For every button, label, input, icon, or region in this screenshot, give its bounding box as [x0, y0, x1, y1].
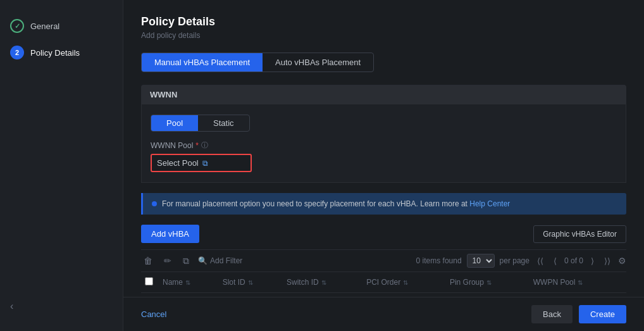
- col-wwpn-pool: WWPN Pool ⇅: [529, 272, 626, 293]
- content-area: Policy Details Add policy details Manual…: [123, 0, 644, 297]
- checkbox-col-header: [141, 272, 159, 293]
- required-marker: *: [195, 141, 199, 150]
- sort-icon-pci-order[interactable]: ⇅: [403, 279, 408, 286]
- pagination-info: 0 of 0: [564, 256, 583, 265]
- sort-icon-pin-group[interactable]: ⇅: [486, 279, 492, 286]
- policy-details-icon: 2: [10, 46, 24, 59]
- sidebar-collapse-button[interactable]: ‹: [0, 294, 123, 318]
- next-page-button[interactable]: ⟩: [588, 256, 597, 266]
- page-subtitle: Add policy details: [141, 31, 626, 40]
- last-page-button[interactable]: ⟩⟩: [602, 256, 613, 266]
- toggle-tab-static[interactable]: Static: [198, 115, 249, 131]
- wwnn-pool-label: WWNN Pool * ⓘ: [151, 141, 617, 150]
- page-title: Policy Details: [141, 15, 626, 28]
- main-content: Policy Details Add policy details Manual…: [123, 0, 644, 331]
- items-found-text: 0 items found: [416, 256, 462, 265]
- sort-icon-name[interactable]: ⇅: [185, 279, 190, 286]
- per-page-select[interactable]: 10 25 50: [467, 254, 495, 268]
- table-toolbar-right: 0 items found 10 25 50 per page ⟨⟨ ⟨ 0 o…: [416, 254, 626, 268]
- footer: Cancel Back Create: [123, 297, 644, 331]
- sidebar-item-policy-details[interactable]: 2 Policy Details: [0, 39, 123, 66]
- col-pin-group: Pin Group ⇅: [446, 272, 529, 293]
- footer-right: Back Create: [531, 305, 626, 323]
- select-pool-text: Select Pool: [157, 158, 199, 168]
- add-filter-button[interactable]: 🔍 Add Filter: [198, 256, 242, 265]
- sort-icon-slot-id[interactable]: ⇅: [248, 279, 253, 286]
- graphic-vhbas-editor-button[interactable]: Graphic vHBAs Editor: [533, 225, 626, 243]
- pool-link-icon: ⧉: [202, 159, 208, 168]
- col-name: Name ⇅: [159, 272, 219, 293]
- info-banner-text: For manual placement option you need to …: [162, 199, 510, 208]
- sort-icon-switch-id[interactable]: ⇅: [321, 279, 326, 286]
- col-slot-id: Slot ID ⇅: [219, 272, 283, 293]
- prev-page-button[interactable]: ⟨: [551, 256, 559, 266]
- edit-icon-button[interactable]: ✏: [161, 254, 174, 267]
- general-icon: ✓: [10, 19, 24, 33]
- vhba-toolbar: Add vHBA Graphic vHBAs Editor: [141, 225, 626, 243]
- copy-icon-button[interactable]: ⧉: [180, 254, 192, 268]
- tab-auto-vhbas[interactable]: Auto vHBAs Placement: [263, 53, 373, 72]
- create-button[interactable]: Create: [579, 305, 626, 323]
- info-tooltip-icon: ⓘ: [201, 141, 208, 150]
- first-page-button[interactable]: ⟨⟨: [535, 256, 546, 266]
- sidebar: ✓ General 2 Policy Details ‹: [0, 0, 123, 331]
- placement-tabs: Manual vHBAs Placement Auto vHBAs Placem…: [141, 53, 374, 72]
- col-pci-order: PCI Order ⇅: [362, 272, 446, 293]
- sidebar-label-general: General: [30, 22, 59, 31]
- wwnn-toggle-tabs: Pool Static: [151, 115, 250, 132]
- select-all-checkbox[interactable]: [145, 277, 153, 285]
- info-banner: For manual placement option you need to …: [141, 193, 626, 215]
- toggle-tab-pool[interactable]: Pool: [151, 115, 198, 131]
- select-pool-input[interactable]: Select Pool ⧉: [151, 154, 252, 172]
- search-icon: 🔍: [198, 256, 207, 265]
- info-dot-icon: [152, 201, 157, 206]
- wwnn-section-body: Pool Static WWNN Pool * ⓘ Select Pool ⧉: [141, 104, 626, 183]
- col-switch-id: Switch ID ⇅: [283, 272, 362, 293]
- wwnn-section-header: WWNN: [141, 85, 626, 104]
- data-table: Name ⇅ Slot ID ⇅ Switch ID ⇅: [141, 272, 626, 297]
- sidebar-label-policy-details: Policy Details: [30, 48, 80, 58]
- table-settings-icon-button[interactable]: ⚙: [618, 256, 626, 266]
- help-center-link[interactable]: Help Center: [469, 199, 510, 208]
- per-page-label: per page: [500, 256, 529, 265]
- back-button[interactable]: Back: [531, 305, 573, 323]
- sidebar-item-general[interactable]: ✓ General: [0, 13, 123, 39]
- tab-manual-vhbas[interactable]: Manual vHBAs Placement: [142, 53, 263, 72]
- table-toolbar: 🗑 ✏ ⧉ 🔍 Add Filter 0 items found 10 25 5…: [141, 249, 626, 272]
- delete-icon-button[interactable]: 🗑: [141, 254, 155, 267]
- table-toolbar-left: 🗑 ✏ ⧉ 🔍 Add Filter: [141, 254, 242, 268]
- cancel-button[interactable]: Cancel: [141, 309, 166, 319]
- sort-icon-wwpn-pool[interactable]: ⇅: [578, 279, 583, 286]
- add-vhba-button[interactable]: Add vHBA: [141, 225, 199, 243]
